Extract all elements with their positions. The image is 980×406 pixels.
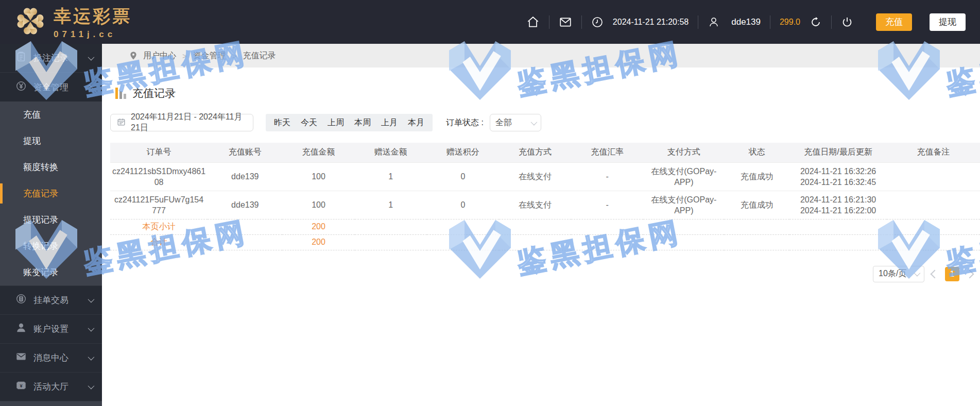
submenu-item-withdraw[interactable]: 提现 [0,128,102,154]
submenu-item-recharge[interactable]: 充值 [0,102,102,128]
balance-value: 299.0 [780,18,800,27]
submenu-item-transfer-records[interactable]: 转换记录 [0,233,102,259]
sidebar-item-label: 挂单交易 [33,294,68,306]
col-date: 充值日期/最后更新 [789,143,887,162]
quick-this-week-button[interactable]: 本周 [349,114,376,131]
date-updated: 2024-11-21 16:22:00 [792,205,885,216]
current-page-number[interactable]: 1 [945,267,959,281]
breadcrumb: 用户中心 > 资金管理 > 充值记录 [102,44,980,67]
page: 幸运彩票 0711j.cc 2024-11-21 21:20:58 dde139 [0,0,980,406]
pagination: 10条/页 1 [102,266,980,282]
chevron-down-icon [88,383,95,390]
cell-date: 2024-11-21 16:21:30 2024-11-21 16:22:00 [789,191,887,219]
total-amount: 200 [282,234,354,250]
submenu-label: 充值记录 [23,188,58,199]
banknote-icon: ¥ [15,380,27,394]
withdraw-button[interactable]: 提现 [930,13,966,31]
cell-status: 充值成功 [724,191,789,219]
quick-last-week-button[interactable]: 上周 [322,114,349,131]
header-separator [770,15,770,29]
sidebar-bottom-strip [0,401,102,406]
breadcrumb-user-center[interactable]: 用户中心 [143,50,176,61]
user-icon[interactable] [708,16,720,28]
cell-points: 0 [427,191,499,219]
sidebar-item-pending-orders[interactable]: 挂单交易 [0,286,102,315]
cell-bonus: 1 [355,162,427,191]
sidebar-item-label: 资金管理 [33,81,68,93]
sidebar-item-bet-records[interactable]: 投注记录 [0,44,102,73]
quick-yesterday-button[interactable]: 昨天 [269,114,296,131]
cell-amount: 100 [282,162,354,191]
prev-page-button[interactable] [931,269,939,278]
quick-this-month-button[interactable]: 本月 [403,114,429,131]
yen-coin-icon [15,80,27,94]
total-row: 合计 200 [110,234,980,250]
sidebar-item-label: 活动大厅 [33,381,68,393]
cell-order-no: cz241121sbS1Dmxy486108 [110,162,208,191]
submenu-item-recharge-records[interactable]: 充值记录 [0,180,102,207]
submenu-item-quota-transfer[interactable]: 额度转换 [0,154,102,180]
envelope-icon [15,351,27,365]
col-amount: 充值金额 [282,143,354,162]
sidebar-item-message-center[interactable]: 消息中心 [0,344,102,373]
clock-icon [591,16,604,28]
sidebar-item-label: 账户设置 [33,323,68,335]
chevron-down-icon [88,54,95,61]
cell-rate: - [571,191,643,219]
breadcrumb-separator: > [232,52,237,60]
col-account: 充值账号 [208,143,282,162]
cell-status: 充值成功 [724,162,789,191]
order-status-select[interactable]: 全部 [490,114,541,131]
page-subtotal-amount: 200 [282,219,354,234]
cell-account: dde139 [208,191,282,219]
cell-remark [887,191,980,219]
table-row: cz241121sbS1Dmxy486108 dde139 100 1 0 在线… [110,162,980,191]
cell-order-no: cz241121F5uFUw7g154777 [110,191,208,219]
breadcrumb-recharge-records[interactable]: 充值记录 [243,50,276,61]
username[interactable]: dde139 [731,17,761,27]
submenu-item-withdraw-records[interactable]: 提现记录 [0,207,102,233]
sidebar-item-account-settings[interactable]: 账户设置 [0,315,102,344]
cell-method: 在线支付 [499,191,571,219]
clipboard-icon [15,51,27,65]
col-bonus: 赠送金额 [355,143,427,162]
calendar-icon [117,117,126,128]
sidebar-item-label: 投注记录 [33,52,68,64]
date-range-input[interactable]: 2024年11月21日 - 2024年11月21日 [110,114,253,131]
submenu-label: 额度转换 [23,161,58,173]
table-header-row: 订单号 充值账号 充值金额 赠送金额 赠送积分 充值方式 充值汇率 支付方式 状… [110,143,980,162]
submenu-item-account-change-records[interactable]: 账变记录 [0,259,102,285]
page-size-value: 10条/页 [879,268,906,279]
col-payment: 支付方式 [643,143,724,162]
mail-icon[interactable] [559,15,572,29]
col-points: 赠送积分 [427,143,499,162]
breadcrumb-funds-management[interactable]: 资金管理 [193,50,226,61]
recharge-button[interactable]: 充值 [876,13,912,31]
cell-rate: - [571,162,643,191]
sidebar-nav: 投注记录 资金管理 充值 提现 额度转换 充值记录 提现记录 转换记录 账变记录… [0,44,102,406]
quick-today-button[interactable]: 今天 [296,114,322,131]
submenu-label: 充值 [23,109,41,121]
col-order-no: 订单号 [110,143,208,162]
logout-power-icon[interactable] [841,16,853,28]
page-subtotal-label: 本页小计 [110,219,208,234]
next-page-button[interactable] [966,269,974,278]
chevron-down-icon [530,119,537,125]
sidebar-item-activity-hall[interactable]: ¥ 活动大厅 [0,373,102,401]
cell-date: 2024-11-21 16:32:26 2024-11-21 16:32:45 [789,162,887,191]
coins-icon [15,293,27,307]
sidebar-item-funds-management[interactable]: 资金管理 [0,73,102,102]
home-icon[interactable] [526,15,540,29]
site-logo[interactable]: 幸运彩票 0711j.cc [0,5,216,40]
submenu-label: 提现记录 [23,214,58,226]
quick-last-month-button[interactable]: 上月 [376,114,403,131]
table-row: cz241121F5uFUw7g154777 dde139 100 1 0 在线… [110,191,980,219]
page-title: 充值记录 [132,86,176,100]
refresh-balance-icon[interactable] [810,16,822,28]
cell-payment: 在线支付(GOPay-APP) [643,162,724,191]
chevron-down-icon [88,354,95,361]
page-size-select[interactable]: 10条/页 [873,266,924,282]
location-pin-icon [129,50,138,61]
header-separator [698,15,698,29]
top-header: 幸运彩票 0711j.cc 2024-11-21 21:20:58 dde139 [0,0,980,44]
